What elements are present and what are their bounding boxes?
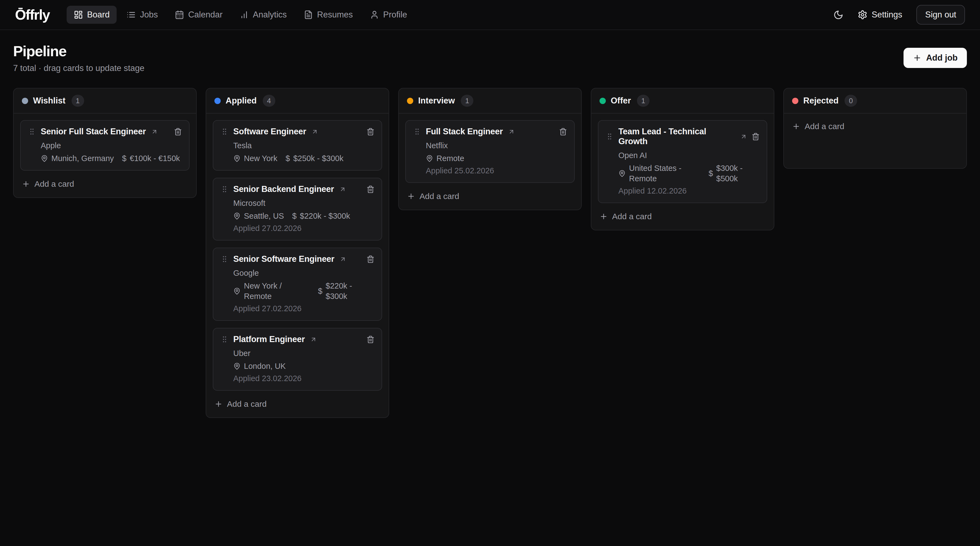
column-applied: Applied 4 Software Engineer xyxy=(206,88,389,418)
column-count-badge: 0 xyxy=(845,95,857,107)
company-name: Open AI xyxy=(618,150,760,160)
applied-date: Applied 27.02.2026 xyxy=(233,223,374,233)
drag-handle-icon[interactable] xyxy=(220,185,229,193)
job-title: Senior Software Engineer xyxy=(233,254,334,264)
company-name: Tesla xyxy=(233,140,374,151)
external-link-icon[interactable] xyxy=(311,128,318,135)
salary-text: $220k - $300k xyxy=(300,211,350,221)
job-card[interactable]: Senior Backend Engineer Microsoft xyxy=(213,178,382,241)
salary-text: $300k - $500k xyxy=(716,163,760,184)
user-icon xyxy=(370,10,379,19)
job-card[interactable]: Software Engineer Tesla xyxy=(213,120,382,171)
job-location: New York xyxy=(233,153,277,163)
job-card[interactable]: Senior Software Engineer Google xyxy=(213,248,382,321)
job-card[interactable]: Platform Engineer Uber xyxy=(213,328,382,390)
job-title: Software Engineer xyxy=(233,127,306,136)
delete-card-button[interactable] xyxy=(174,128,182,136)
stage-dot xyxy=(792,98,799,104)
external-link-icon[interactable] xyxy=(740,133,747,140)
document-icon xyxy=(304,10,313,19)
company-name: Uber xyxy=(233,348,374,359)
job-salary: $ $220k - $300k xyxy=(318,281,374,302)
applied-date: Applied 27.02.2026 xyxy=(233,303,374,314)
theme-toggle-button[interactable] xyxy=(833,10,843,20)
delete-card-button[interactable] xyxy=(559,128,567,136)
external-link-icon[interactable] xyxy=(339,256,346,263)
add-card-button[interactable]: Add a card xyxy=(405,190,461,203)
column-wishlist: Wishlist 1 Senior Full Stack Engineer xyxy=(13,88,197,198)
add-job-button[interactable]: Add job xyxy=(904,48,967,68)
add-card-label: Add a card xyxy=(34,179,74,189)
add-card-button[interactable]: Add a card xyxy=(20,178,76,190)
delete-card-button[interactable] xyxy=(366,255,374,263)
plus-icon xyxy=(22,180,30,188)
tab-jobs[interactable]: Jobs xyxy=(119,6,165,24)
delete-card-button[interactable] xyxy=(366,335,374,343)
column-header: Interview 1 xyxy=(399,89,581,114)
drag-handle-icon[interactable] xyxy=(220,335,229,343)
column-rejected: Rejected 0 Add a card xyxy=(783,88,967,169)
company-name: Google xyxy=(233,268,374,278)
tab-label: Analytics xyxy=(253,10,287,20)
column-header: Offer 1 xyxy=(591,89,774,114)
location-pin-icon xyxy=(41,155,48,162)
brand-logo: Ōffrly xyxy=(15,6,50,23)
drag-handle-icon[interactable] xyxy=(220,127,229,136)
job-title: Senior Full Stack Engineer xyxy=(41,127,146,136)
column-offer: Offer 1 Team Lead - Technical Growth xyxy=(591,88,774,230)
applied-date: Applied 12.02.2026 xyxy=(618,186,760,196)
tab-calendar[interactable]: Calendar xyxy=(168,6,230,24)
add-card-label: Add a card xyxy=(805,122,844,131)
tab-profile[interactable]: Profile xyxy=(363,6,414,24)
company-name: Microsoft xyxy=(233,198,374,208)
tab-label: Resumes xyxy=(317,10,353,20)
external-link-icon[interactable] xyxy=(151,128,158,135)
salary-text: $220k - $300k xyxy=(326,281,374,302)
plus-icon xyxy=(792,122,800,130)
dollar-icon: $ xyxy=(122,153,126,163)
settings-label: Settings xyxy=(872,10,902,20)
drag-handle-icon[interactable] xyxy=(220,255,229,263)
column-title: Interview xyxy=(418,96,455,106)
job-title: Senior Backend Engineer xyxy=(233,184,334,194)
job-card[interactable]: Full Stack Engineer Netflix xyxy=(405,120,575,183)
add-card-button[interactable]: Add a card xyxy=(791,120,846,133)
job-title: Team Lead - Technical Growth xyxy=(618,127,735,146)
nav-right: Settings Sign out xyxy=(833,5,965,25)
column-count-badge: 1 xyxy=(72,95,84,107)
applied-date: Applied 25.02.2026 xyxy=(426,165,567,176)
tab-resumes[interactable]: Resumes xyxy=(297,6,360,24)
drag-handle-icon[interactable] xyxy=(606,132,614,141)
dollar-icon: $ xyxy=(286,153,290,163)
delete-card-button[interactable] xyxy=(366,186,374,193)
delete-card-button[interactable] xyxy=(366,128,374,136)
company-name: Netflix xyxy=(426,140,567,151)
location-pin-icon xyxy=(233,287,241,295)
job-salary: $ $300k - $500k xyxy=(708,163,760,184)
add-card-button[interactable]: Add a card xyxy=(598,210,653,223)
tab-board[interactable]: Board xyxy=(67,6,117,24)
drag-handle-icon[interactable] xyxy=(413,127,421,136)
column-title: Offer xyxy=(611,96,631,106)
column-title: Rejected xyxy=(803,96,838,106)
settings-button[interactable]: Settings xyxy=(858,10,902,20)
add-card-label: Add a card xyxy=(227,399,267,409)
location-text: United States - Remote xyxy=(629,163,700,184)
salary-text: €100k - €150k xyxy=(130,153,180,163)
location-text: New York xyxy=(244,153,277,163)
applied-date: Applied 23.02.2026 xyxy=(233,373,374,384)
external-link-icon[interactable] xyxy=(508,128,515,135)
external-link-icon[interactable] xyxy=(310,336,317,343)
job-card[interactable]: Senior Full Stack Engineer Apple xyxy=(20,120,189,171)
delete-card-button[interactable] xyxy=(752,133,760,141)
job-card[interactable]: Team Lead - Technical Growth Open AI xyxy=(598,120,767,203)
external-link-icon[interactable] xyxy=(339,186,346,193)
location-text: London, UK xyxy=(244,361,286,371)
drag-handle-icon[interactable] xyxy=(28,127,36,136)
add-card-button[interactable]: Add a card xyxy=(213,398,268,410)
tab-analytics[interactable]: Analytics xyxy=(232,6,294,24)
sign-out-button[interactable]: Sign out xyxy=(916,5,965,25)
job-salary: $ €100k - €150k xyxy=(122,153,180,163)
stage-dot xyxy=(22,98,28,104)
column-title: Wishlist xyxy=(33,96,65,106)
